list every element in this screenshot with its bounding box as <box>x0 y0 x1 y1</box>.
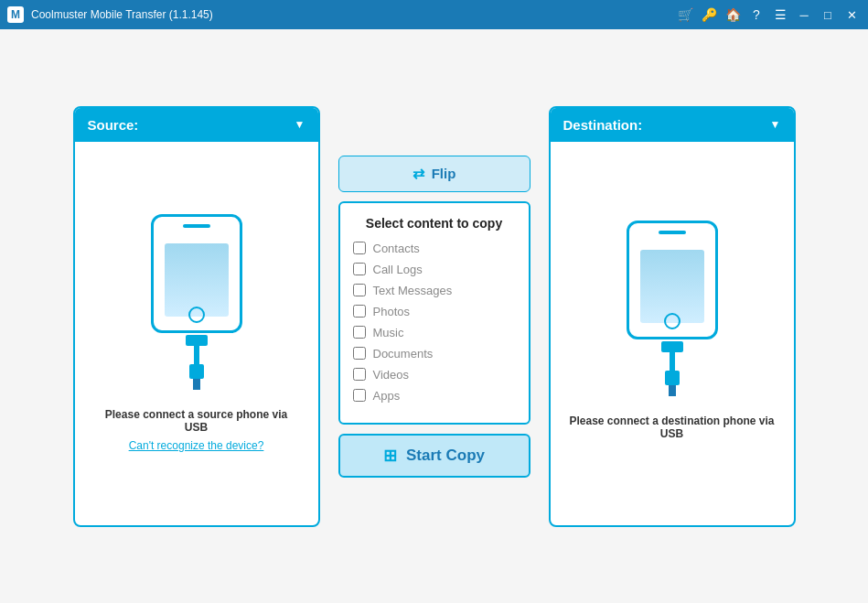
call-logs-label: Call Logs <box>373 263 423 276</box>
title-bar-controls: 🛒 🔑 🏠 ? ☰ ─ □ ✕ <box>676 5 861 24</box>
source-panel: Source: ▼ Please connect a source phone … <box>73 106 320 527</box>
destination-label: Destination: <box>563 117 643 133</box>
photos-label: Photos <box>373 305 410 318</box>
source-cable-line <box>194 346 199 364</box>
documents-checkbox[interactable] <box>353 347 366 360</box>
title-bar-title: Coolmuster Mobile Transfer (1.1.145) <box>31 8 213 21</box>
flip-label: Flip <box>432 166 456 181</box>
close-button[interactable]: ✕ <box>842 5 861 24</box>
source-connect-text: Please connect a source phone via USB <box>93 408 300 434</box>
checkbox-music: Music <box>353 326 516 339</box>
start-copy-label: Start Copy <box>406 447 485 465</box>
source-cable-bottom <box>189 364 204 379</box>
source-panel-body: Please connect a source phone via USB Ca… <box>75 142 318 525</box>
title-bar: M Coolmuster Mobile Transfer (1.1.145) 🛒… <box>0 0 868 29</box>
apps-checkbox[interactable] <box>353 389 366 402</box>
contacts-label: Contacts <box>373 242 420 255</box>
checkbox-text-messages: Text Messages <box>353 284 516 297</box>
source-cable-plug <box>186 335 208 346</box>
music-checkbox[interactable] <box>353 326 366 339</box>
content-select-title: Select content to copy <box>353 216 516 231</box>
destination-dropdown-arrow[interactable]: ▼ <box>770 118 781 131</box>
videos-label: Videos <box>373 368 410 382</box>
source-phone-illustration <box>151 214 242 390</box>
photos-checkbox[interactable] <box>353 305 366 318</box>
copy-icon: ⊞ <box>383 446 397 466</box>
destination-panel-body: Please connect a destination phone via U… <box>551 142 794 525</box>
help-icon[interactable]: ? <box>747 5 766 24</box>
text-messages-label: Text Messages <box>373 284 453 297</box>
title-bar-left: M Coolmuster Mobile Transfer (1.1.145) <box>7 6 213 23</box>
source-phone-body <box>151 214 242 333</box>
destination-phone-screen <box>640 250 704 323</box>
videos-checkbox[interactable] <box>353 368 366 381</box>
minimize-button[interactable]: ─ <box>795 5 813 24</box>
checkbox-documents: Documents <box>353 347 516 361</box>
checkbox-photos: Photos <box>353 305 516 318</box>
destination-cable-plug <box>661 341 683 352</box>
source-cable <box>186 335 208 390</box>
text-messages-checkbox[interactable] <box>353 284 366 296</box>
destination-connect-text: Please connect a destination phone via U… <box>569 415 776 440</box>
key-icon[interactable]: 🔑 <box>700 5 718 24</box>
cant-recognize-link[interactable]: Can't recognize the device? <box>129 439 264 452</box>
flip-icon: ⇄ <box>413 165 424 182</box>
checkbox-videos: Videos <box>353 368 516 382</box>
settings-icon[interactable]: ☰ <box>771 5 789 24</box>
documents-label: Documents <box>373 347 434 361</box>
apps-label: Apps <box>373 389 401 403</box>
cart-icon[interactable]: 🛒 <box>676 5 694 24</box>
destination-panel: Destination: ▼ Please connect a destinat… <box>549 106 796 527</box>
checkbox-apps: Apps <box>353 389 516 403</box>
contacts-checkbox[interactable] <box>353 242 366 254</box>
destination-cable <box>661 341 683 396</box>
music-label: Music <box>373 326 404 339</box>
home-icon[interactable]: 🏠 <box>723 5 742 24</box>
source-dropdown-arrow[interactable]: ▼ <box>295 118 305 131</box>
flip-button[interactable]: ⇄ Flip <box>338 156 530 192</box>
destination-cable-tip <box>669 385 676 396</box>
app-logo: M <box>7 6 24 23</box>
source-panel-header: Source: ▼ <box>75 108 318 142</box>
middle-panel: ⇄ Flip Select content to copy Contacts C… <box>338 156 530 478</box>
source-phone-screen <box>165 243 229 317</box>
maximize-button[interactable]: □ <box>819 5 837 24</box>
main-content: Source: ▼ Please connect a source phone … <box>0 29 868 603</box>
source-label: Source: <box>88 117 139 133</box>
checkbox-contacts: Contacts <box>353 242 516 255</box>
checkbox-call-logs: Call Logs <box>353 263 516 276</box>
destination-phone-body <box>627 221 718 339</box>
destination-cable-line <box>670 352 675 371</box>
destination-panel-header: Destination: ▼ <box>551 108 794 142</box>
source-cable-tip <box>193 379 200 390</box>
destination-cable-bottom <box>665 371 680 385</box>
start-copy-button[interactable]: ⊞ Start Copy <box>338 434 530 478</box>
content-select-panel: Select content to copy Contacts Call Log… <box>338 201 530 425</box>
call-logs-checkbox[interactable] <box>353 263 366 275</box>
destination-phone-illustration <box>627 221 718 396</box>
